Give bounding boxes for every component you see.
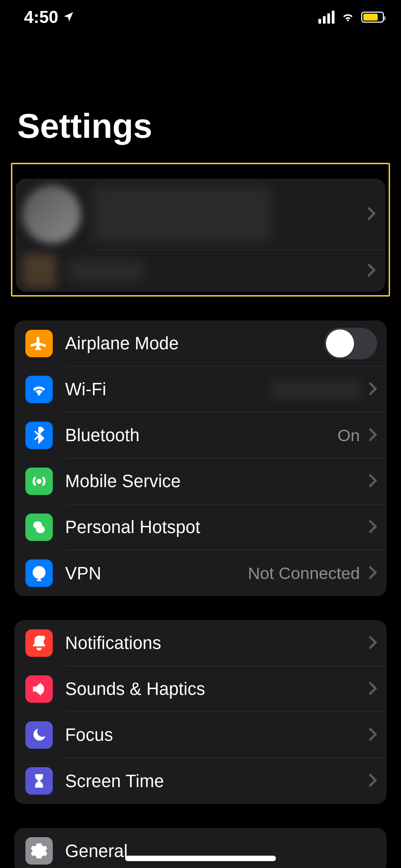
screentime-row[interactable]: Screen Time bbox=[14, 758, 387, 804]
speaker-icon bbox=[25, 675, 53, 703]
vpn-value: Not Connected bbox=[248, 564, 360, 583]
chevron-right-icon bbox=[368, 635, 377, 651]
focus-row[interactable]: Focus bbox=[14, 712, 387, 758]
account-group bbox=[16, 179, 385, 292]
family-row[interactable] bbox=[16, 250, 385, 292]
hotspot-icon bbox=[25, 514, 53, 541]
home-indicator[interactable] bbox=[125, 856, 276, 861]
status-right bbox=[318, 9, 384, 25]
sounds-row[interactable]: Sounds & Haptics bbox=[14, 666, 387, 712]
antenna-icon bbox=[25, 468, 53, 495]
airplane-icon bbox=[25, 330, 53, 357]
chevron-right-icon bbox=[368, 381, 377, 398]
wifi-status-icon bbox=[341, 9, 355, 25]
status-time: 4:50 bbox=[24, 7, 58, 27]
wifi-value-redacted bbox=[271, 381, 360, 398]
page-title: Settings bbox=[0, 34, 401, 163]
mobile-service-row[interactable]: Mobile Service bbox=[14, 458, 387, 504]
airplane-toggle[interactable] bbox=[324, 328, 377, 359]
bell-icon bbox=[25, 629, 53, 657]
general-label: General bbox=[65, 841, 128, 861]
notifications-label: Notifications bbox=[65, 633, 161, 653]
apple-id-row[interactable] bbox=[16, 179, 385, 250]
attention-group: Notifications Sounds & Haptics Focus bbox=[14, 620, 387, 804]
bluetooth-row[interactable]: Bluetooth On bbox=[14, 412, 387, 458]
mobile-label: Mobile Service bbox=[65, 471, 181, 491]
personal-hotspot-row[interactable]: Personal Hotspot bbox=[14, 504, 387, 550]
chevron-right-icon bbox=[368, 473, 377, 490]
cellular-signal-icon bbox=[318, 11, 335, 24]
chevron-right-icon bbox=[368, 427, 377, 444]
screentime-label: Screen Time bbox=[65, 771, 164, 791]
chevron-right-icon bbox=[367, 206, 376, 222]
family-label-redacted bbox=[69, 261, 144, 281]
account-name-redacted bbox=[93, 187, 271, 242]
chevron-right-icon bbox=[368, 727, 377, 743]
wifi-label: Wi-Fi bbox=[65, 379, 106, 399]
svg-point-1 bbox=[40, 636, 45, 640]
chevron-right-icon bbox=[367, 263, 376, 279]
chevron-right-icon bbox=[368, 773, 377, 789]
chevron-right-icon bbox=[368, 565, 377, 581]
system-group-partial: General bbox=[14, 828, 387, 868]
bluetooth-value: On bbox=[338, 426, 360, 445]
notifications-row[interactable]: Notifications bbox=[14, 620, 387, 666]
bluetooth-label: Bluetooth bbox=[65, 425, 139, 445]
hourglass-icon bbox=[25, 767, 53, 795]
sounds-label: Sounds & Haptics bbox=[65, 679, 205, 699]
status-bar: 4:50 bbox=[0, 0, 401, 34]
chevron-right-icon bbox=[368, 681, 377, 697]
general-row[interactable]: General bbox=[14, 828, 387, 868]
vpn-label: VPN bbox=[65, 563, 101, 583]
status-left: 4:50 bbox=[24, 7, 75, 27]
chevron-right-icon bbox=[368, 519, 377, 535]
moon-icon bbox=[25, 721, 53, 749]
wifi-icon bbox=[25, 376, 53, 403]
airplane-mode-row[interactable]: Airplane Mode bbox=[14, 321, 387, 366]
focus-label: Focus bbox=[65, 725, 113, 745]
highlighted-account-section bbox=[11, 163, 390, 297]
bluetooth-icon bbox=[25, 422, 53, 449]
network-group: Airplane Mode Wi-Fi bbox=[14, 321, 387, 596]
globe-icon bbox=[25, 559, 53, 587]
wifi-row[interactable]: Wi-Fi bbox=[14, 366, 387, 412]
battery-icon bbox=[361, 12, 384, 23]
avatar bbox=[23, 185, 81, 243]
location-icon bbox=[62, 7, 75, 27]
vpn-row[interactable]: VPN Not Connected bbox=[14, 550, 387, 596]
hotspot-label: Personal Hotspot bbox=[65, 517, 200, 537]
airplane-label: Airplane Mode bbox=[65, 333, 179, 353]
family-avatar-redacted bbox=[23, 254, 56, 288]
gear-icon bbox=[25, 837, 53, 865]
